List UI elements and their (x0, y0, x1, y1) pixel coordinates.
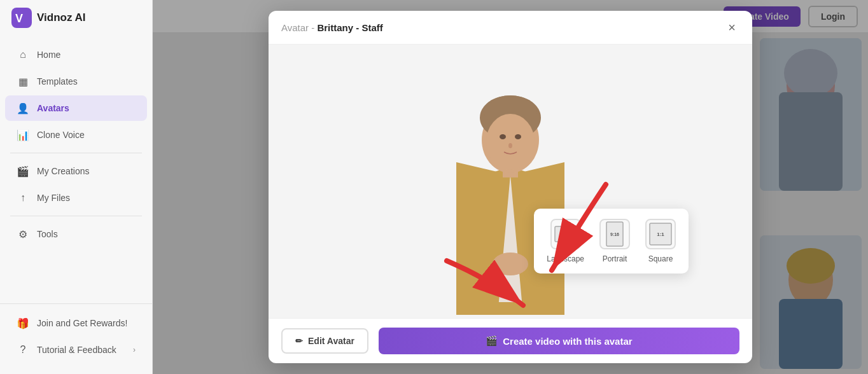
sidebar-item-label-templates: Templates (37, 76, 78, 87)
sidebar-item-label-join-rewards: Join and Get Rewards! (37, 318, 127, 328)
landscape-icon: 16:9 (550, 219, 581, 249)
main-content: Create Video Login Avatar - Brittany - S… (153, 0, 868, 374)
rewards-notification-dot (23, 318, 28, 323)
sidebar-item-my-creations[interactable]: 🎬 My Creations (5, 158, 147, 184)
sidebar-item-my-files[interactable]: ↑ My Files (5, 185, 147, 211)
logo-area: V Vidnoz AI (0, 0, 152, 36)
modal-close-button[interactable]: × (724, 20, 739, 35)
sidebar-item-home[interactable]: ⌂ Home (5, 42, 147, 67)
svg-text:9:16: 9:16 (610, 232, 619, 237)
templates-icon: ▦ (17, 75, 29, 88)
sidebar-item-label-tools: Tools (37, 229, 58, 239)
landscape-label: Landscape (547, 254, 584, 263)
sidebar-item-join-rewards[interactable]: 🎁 Join and Get Rewards! (5, 310, 147, 336)
video-icon: 🎬 (486, 335, 498, 347)
sidebar-item-label-tutorial: Tutorial & Feedback (37, 345, 116, 355)
avatar-detail-modal: Avatar - Brittany - Staff × (269, 11, 752, 363)
sidebar: V Vidnoz AI ⌂ Home ▦ Templates 👤 Avatars… (0, 0, 153, 374)
svg-text:16:9: 16:9 (561, 232, 571, 237)
sidebar-item-label-my-files: My Files (37, 193, 70, 203)
sidebar-item-label-clone-voice: Clone Voice (37, 130, 85, 140)
nav-section-main: ⌂ Home ▦ Templates 👤 Avatars 📊 Clone Voi… (0, 36, 152, 303)
orientation-square[interactable]: 1:1 Square (645, 219, 676, 263)
sidebar-item-clone-voice[interactable]: 📊 Clone Voice (5, 122, 147, 148)
orientation-landscape[interactable]: 16:9 Landscape (547, 219, 584, 263)
nav-divider-1 (10, 153, 142, 153)
svg-point-19 (486, 114, 535, 170)
sidebar-item-avatars[interactable]: 👤 Avatars (5, 95, 147, 121)
portrait-icon: 9:16 (599, 219, 630, 249)
my-files-icon: ↑ (17, 191, 29, 204)
sidebar-item-templates[interactable]: ▦ Templates (5, 69, 147, 94)
chevron-right-icon: › (133, 345, 136, 354)
clone-voice-icon: 📊 (17, 128, 29, 141)
gift-icon-wrap: 🎁 (17, 317, 29, 329)
nav-divider-2 (10, 216, 142, 216)
help-icon: ? (17, 343, 29, 356)
edit-avatar-label: Edit Avatar (308, 336, 354, 346)
edit-icon: ✏ (295, 336, 303, 346)
sidebar-item-tutorial-feedback[interactable]: ? Tutorial & Feedback › (5, 337, 147, 363)
brittany-avatar-image (434, 48, 587, 315)
create-video-with-avatar-label: Create video with this avatar (503, 336, 632, 347)
modal-header: Avatar - Brittany - Staff × (269, 11, 752, 45)
edit-avatar-button[interactable]: ✏ Edit Avatar (281, 328, 368, 354)
logo-text: Vidnoz AI (37, 11, 86, 24)
sidebar-item-label-home: Home (37, 50, 60, 60)
modal-footer: ✏ Edit Avatar 🎬 Create video with this a… (269, 318, 752, 363)
svg-point-21 (515, 134, 521, 139)
avatars-icon: 👤 (17, 102, 29, 114)
square-label: Square (648, 254, 673, 263)
tools-icon: ⚙ (17, 228, 29, 240)
sidebar-item-label-my-creations: My Creations (37, 166, 89, 176)
home-icon: ⌂ (17, 48, 29, 61)
svg-point-22 (508, 143, 512, 148)
avatar-preview-area: 16:9 Landscape 9:16 (269, 45, 752, 318)
my-creations-icon: 🎬 (17, 165, 29, 177)
modal-title: Avatar - Brittany - Staff (281, 22, 383, 33)
sidebar-bottom: 🎁 Join and Get Rewards! ? Tutorial & Fee… (0, 303, 152, 374)
svg-point-23 (493, 253, 528, 275)
modal-overlay[interactable]: Avatar - Brittany - Staff × (153, 0, 868, 374)
svg-point-20 (500, 134, 506, 139)
portrait-label: Portrait (603, 254, 627, 263)
orientation-popup: 16:9 Landscape 9:16 (534, 209, 689, 274)
sidebar-item-tools[interactable]: ⚙ Tools (5, 221, 147, 247)
svg-text:V: V (15, 12, 23, 25)
orientation-portrait[interactable]: 9:16 Portrait (599, 219, 630, 263)
modal-breadcrumb: Avatar - (281, 22, 314, 33)
square-icon: 1:1 (645, 219, 676, 249)
vidnoz-logo-icon: V (11, 8, 32, 28)
sidebar-item-label-avatars: Avatars (37, 103, 69, 113)
modal-body: 16:9 Landscape 9:16 (269, 45, 752, 318)
modal-avatar-name: Brittany - Staff (317, 22, 382, 33)
create-video-with-avatar-button[interactable]: 🎬 Create video with this avatar (379, 328, 739, 354)
svg-text:1:1: 1:1 (657, 232, 664, 237)
